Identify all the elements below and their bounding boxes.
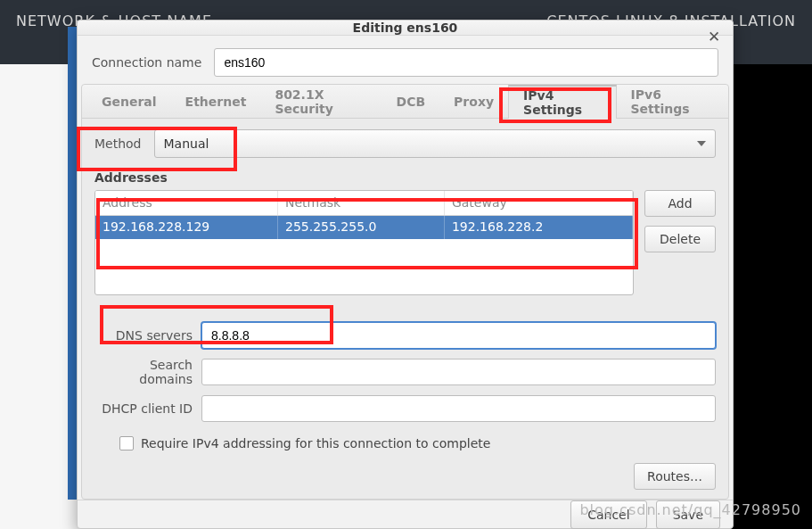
settings-panel: General Ethernet 802.1X Security DCB Pro… [81,84,729,500]
require-ipv4-row[interactable]: Require IPv4 addressing for this connect… [119,436,716,450]
dns-servers-input[interactable] [201,322,716,349]
delete-button[interactable]: Delete [644,226,716,252]
dns-row: DNS servers [94,322,716,349]
require-ipv4-label: Require IPv4 addressing for this connect… [141,436,490,450]
tab-ethernet[interactable]: Ethernet [171,85,261,118]
tab-ipv6-settings[interactable]: IPv6 Settings [617,85,723,118]
col-gateway: Gateway [445,191,633,215]
dialog-title: Editing ens160 [353,21,458,35]
addresses-header: Address Netmask Gateway [95,191,633,216]
connection-name-label: Connection name [92,55,201,70]
addresses-buttons: Add Delete [644,190,716,295]
method-select[interactable]: Manual [154,129,716,158]
field-rows: DNS servers Search domains DHCP client I… [94,322,716,422]
method-label: Method [94,136,142,151]
addresses-heading: Addresses [94,170,716,185]
cell-netmask: 255.255.255.0 [278,216,445,239]
routes-button[interactable]: Routes… [634,463,716,490]
tab-general[interactable]: General [87,85,171,118]
search-domains-label: Search domains [94,358,201,386]
addresses-table[interactable]: Address Netmask Gateway 192.168.228.129 … [94,190,634,295]
tab-dcb[interactable]: DCB [382,85,440,118]
dhcpid-row: DHCP client ID [94,395,716,422]
col-address: Address [95,191,278,215]
tab-ipv4-settings[interactable]: IPv4 Settings [508,85,616,119]
connection-name-row: Connection name [78,36,733,84]
require-ipv4-checkbox[interactable] [119,436,134,450]
cell-address: 192.168.228.129 [95,216,278,239]
col-netmask: Netmask [278,191,445,215]
search-row: Search domains [94,358,716,386]
add-button[interactable]: Add [644,190,716,217]
tab-8021x-security[interactable]: 802.1X Security [260,85,381,118]
dialog-close-button[interactable]: ✕ [704,28,724,47]
dialog-titlebar: Editing ens160 ✕ [78,21,733,36]
ipv4-content: Method Manual Addresses Address Netmask … [82,119,728,499]
addresses-area: Address Netmask Gateway 192.168.228.129 … [94,190,716,295]
routes-row: Routes… [94,463,716,490]
watermark: blog.csdn.net/qq_42798950 [579,501,801,518]
dhcp-client-id-label: DHCP client ID [94,401,201,416]
chevron-down-icon [697,141,706,146]
table-row[interactable]: 192.168.228.129 255.255.255.0 192.168.22… [95,216,633,239]
nm-connection-editor-dialog: Editing ens160 ✕ Connection name General… [77,20,734,529]
search-domains-input[interactable] [201,359,716,385]
cell-gateway: 192.168.228.2 [445,216,633,239]
tabs-bar: General Ethernet 802.1X Security DCB Pro… [82,85,728,119]
dhcp-client-id-input[interactable] [201,395,716,422]
tab-proxy[interactable]: Proxy [439,85,508,118]
connection-name-input[interactable] [214,48,718,77]
dns-label: DNS servers [94,328,201,343]
method-row: Method Manual [94,129,716,158]
method-value: Manual [164,136,209,151]
